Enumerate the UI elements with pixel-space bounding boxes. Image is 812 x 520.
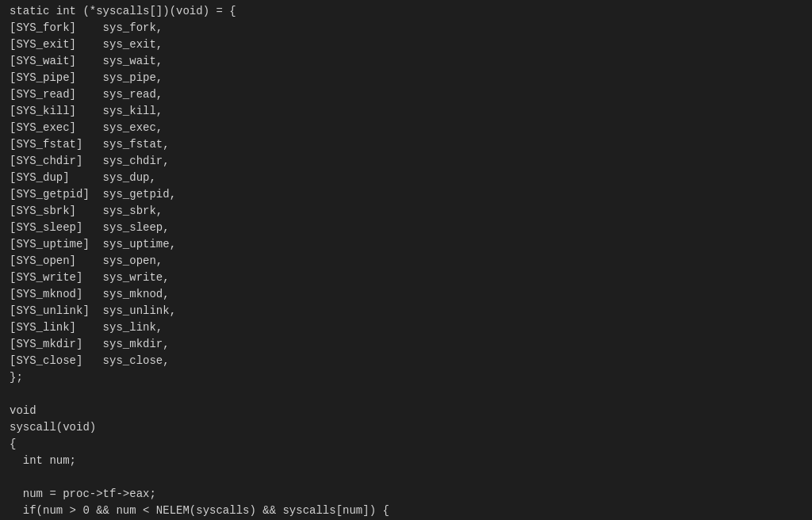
code-line: [SYS_uptime] sys_uptime, — [10, 236, 802, 253]
code-line: [SYS_kill] sys_kill, — [10, 103, 802, 120]
code-line: [SYS_sleep] sys_sleep, — [10, 220, 802, 236]
code-line: [SYS_open] sys_open, — [10, 253, 802, 270]
code-line: int num; — [10, 453, 802, 469]
code-line: [SYS_dup] sys_dup, — [10, 170, 802, 186]
code-line: static int (*syscalls[])(void) = { — [10, 3, 802, 20]
code-line: [SYS_fork] sys_fork, — [10, 20, 802, 36]
code-line: if(num > 0 && num < NELEM(syscalls) && s… — [10, 503, 802, 519]
code-line: { — [10, 436, 802, 453]
code-line: syscall(void) — [10, 419, 802, 436]
code-line: [SYS_unlink] sys_unlink, — [10, 303, 802, 319]
code-line: [SYS_exec] sys_exec, — [10, 120, 802, 136]
code-line: [SYS_fstat] sys_fstat, — [10, 136, 802, 153]
code-line: [SYS_link] sys_link, — [10, 319, 802, 336]
code-line: [SYS_mknod] sys_mknod, — [10, 286, 802, 303]
code-line: [SYS_close] sys_close, — [10, 353, 802, 369]
code-line: void — [10, 403, 802, 419]
code-line: num = proc->tf->eax; — [10, 486, 802, 503]
code-line: [SYS_read] sys_read, — [10, 86, 802, 103]
code-line — [10, 469, 802, 486]
code-line: [SYS_wait] sys_wait, — [10, 53, 802, 70]
code-editor: static int (*syscalls[])(void) = {[SYS_f… — [0, 0, 812, 520]
code-line: }; — [10, 369, 802, 386]
code-line: [SYS_chdir] sys_chdir, — [10, 153, 802, 170]
code-line: [SYS_exit] sys_exit, — [10, 36, 802, 53]
code-line: [SYS_pipe] sys_pipe, — [10, 70, 802, 86]
code-line: [SYS_sbrk] sys_sbrk, — [10, 203, 802, 220]
code-line — [10, 386, 802, 403]
code-line: [SYS_getpid] sys_getpid, — [10, 186, 802, 203]
code-line: [SYS_mkdir] sys_mkdir, — [10, 336, 802, 353]
code-line: [SYS_write] sys_write, — [10, 270, 802, 286]
